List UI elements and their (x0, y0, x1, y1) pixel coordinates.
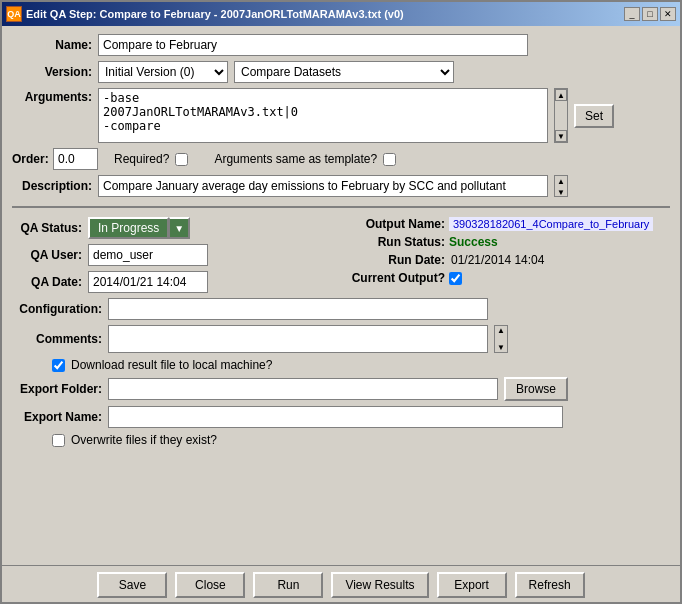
run-button[interactable]: Run (253, 572, 323, 598)
qa-status-arrow[interactable]: ▼ (169, 217, 190, 239)
current-output-row: Current Output? (350, 271, 670, 285)
scroll-up-arrow[interactable]: ▲ (555, 89, 567, 101)
description-scrollbar[interactable]: ▲ ▼ (554, 175, 568, 197)
qa-date-row: QA Date: (12, 271, 340, 293)
scroll-down-arrow[interactable]: ▼ (555, 130, 567, 142)
comments-row: Comments: ▲ ▼ (12, 325, 670, 353)
close-button[interactable]: ✕ (660, 7, 676, 21)
arguments-row: Arguments: -base 2007JanORLTotMARAMAv3.t… (12, 88, 670, 143)
run-status-value: Success (449, 235, 498, 249)
name-label: Name: (12, 38, 92, 52)
export-folder-input[interactable] (108, 378, 498, 400)
download-label: Download result file to local machine? (71, 358, 272, 372)
version-row: Version: Initial Version (0) Compare Dat… (12, 61, 670, 83)
section-divider (12, 206, 670, 208)
left-column: QA Status: In Progress ▼ QA User: QA Dat… (12, 217, 340, 293)
overwrite-checkbox[interactable] (52, 434, 65, 447)
run-date-row: Run Date: 01/21/2014 14:04 (350, 253, 670, 267)
type-select[interactable]: Compare Datasets (234, 61, 454, 83)
run-status-label: Run Status: (350, 235, 445, 249)
qa-date-input[interactable] (88, 271, 208, 293)
configuration-input[interactable] (108, 298, 488, 320)
window-icon: QA (6, 6, 22, 22)
required-label: Required? (114, 152, 169, 166)
current-output-checkbox[interactable] (449, 272, 462, 285)
right-column: Output Name: 390328182061_4Compare_to_Fe… (350, 217, 670, 293)
overwrite-label: Overwrite files if they exist? (71, 433, 217, 447)
title-controls: _ □ ✕ (624, 7, 676, 21)
comments-textarea[interactable] (108, 325, 488, 353)
set-button[interactable]: Set (574, 104, 614, 128)
export-name-label: Export Name: (12, 410, 102, 424)
description-input[interactable] (98, 175, 548, 197)
output-name-value: 390328182061_4Compare_to_February (449, 217, 653, 231)
same-template-checkbox[interactable] (383, 153, 396, 166)
download-checkbox[interactable] (52, 359, 65, 372)
window-title: Edit QA Step: Compare to February - 2007… (26, 8, 620, 20)
close-button-footer[interactable]: Close (175, 572, 245, 598)
description-label: Description: (12, 179, 92, 193)
main-window: QA Edit QA Step: Compare to February - 2… (0, 0, 682, 604)
run-status-row: Run Status: Success (350, 235, 670, 249)
version-label: Version: (12, 65, 92, 79)
description-row: Description: ▲ ▼ (12, 175, 670, 197)
same-template-label: Arguments same as template? (214, 152, 377, 166)
browse-button[interactable]: Browse (504, 377, 568, 401)
order-input[interactable] (53, 148, 98, 170)
refresh-button[interactable]: Refresh (515, 572, 585, 598)
comments-scrollbar[interactable]: ▲ ▼ (494, 325, 508, 353)
required-checkbox[interactable] (175, 153, 188, 166)
arguments-textarea[interactable]: -base 2007JanORLTotMARAMAv3.txt|0 -compa… (98, 88, 548, 143)
configuration-row: Configuration: (12, 298, 670, 320)
export-name-row: Export Name: (12, 406, 670, 428)
footer-buttons: Save Close Run View Results Export Refre… (2, 565, 680, 602)
required-section: Required? (114, 152, 188, 166)
form-content: Name: Version: Initial Version (0) Compa… (2, 26, 680, 565)
export-button[interactable]: Export (437, 572, 507, 598)
export-folder-row: Export Folder: Browse (12, 377, 670, 401)
qa-date-label: QA Date: (12, 275, 82, 289)
version-select[interactable]: Initial Version (0) (98, 61, 228, 83)
order-row: Order: Required? Arguments same as templ… (12, 148, 670, 170)
arguments-label: Arguments: (12, 88, 92, 104)
comments-label: Comments: (12, 332, 102, 346)
configuration-label: Configuration: (12, 302, 102, 316)
name-row: Name: (12, 34, 670, 56)
minimize-button[interactable]: _ (624, 7, 640, 21)
view-results-button[interactable]: View Results (331, 572, 428, 598)
qa-status-label: QA Status: (12, 221, 82, 235)
title-bar: QA Edit QA Step: Compare to February - 2… (2, 2, 680, 26)
order-label: Order: (12, 152, 47, 166)
qa-user-row: QA User: (12, 244, 340, 266)
status-btn-group: In Progress ▼ (88, 217, 190, 239)
overwrite-row: Overwrite files if they exist? (52, 433, 670, 447)
current-output-label: Current Output? (350, 271, 445, 285)
export-name-input[interactable] (108, 406, 563, 428)
lower-section: QA Status: In Progress ▼ QA User: QA Dat… (12, 217, 670, 293)
download-row: Download result file to local machine? (52, 358, 670, 372)
same-as-template-section: Arguments same as template? (214, 152, 396, 166)
run-date-value: 01/21/2014 14:04 (451, 253, 544, 267)
output-name-row: Output Name: 390328182061_4Compare_to_Fe… (350, 217, 670, 231)
qa-status-dropdown[interactable]: In Progress (88, 217, 169, 239)
save-button[interactable]: Save (97, 572, 167, 598)
export-folder-label: Export Folder: (12, 382, 102, 396)
maximize-button[interactable]: □ (642, 7, 658, 21)
output-name-label: Output Name: (350, 217, 445, 231)
name-input[interactable] (98, 34, 528, 56)
qa-status-row: QA Status: In Progress ▼ (12, 217, 340, 239)
arguments-scrollbar[interactable]: ▲ ▼ (554, 88, 568, 143)
qa-user-input[interactable] (88, 244, 208, 266)
qa-user-label: QA User: (12, 248, 82, 262)
run-date-label: Run Date: (350, 253, 445, 267)
